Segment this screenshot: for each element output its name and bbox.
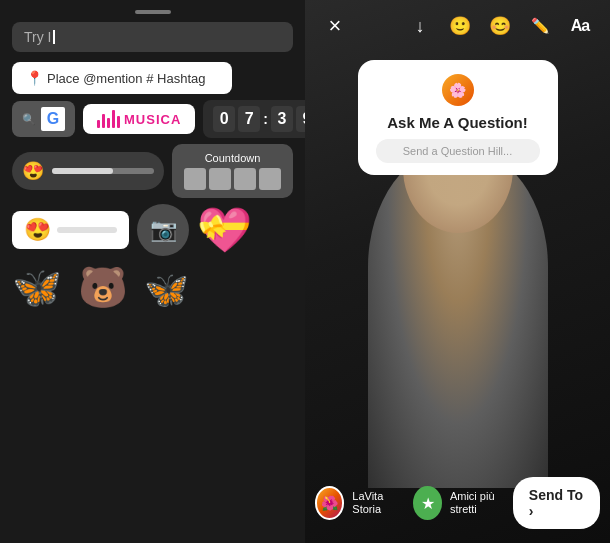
sticker-face-button[interactable]: 😊 (484, 10, 516, 42)
sticker-icons-row: 🔍 G MUSICA 0 7 : 3 9 (12, 100, 293, 138)
camera-icon: 📷 (150, 217, 177, 243)
butterfly-pink-sticker[interactable]: 🦋 (144, 269, 189, 311)
close-friends-button[interactable]: ★ (413, 486, 442, 520)
pencil-icon: ✏️ (531, 17, 550, 35)
user-avatar[interactable]: 🌺 (315, 486, 344, 520)
ask-me-title: Ask Me A Question! (376, 114, 540, 131)
pin-icon: 📍 (26, 70, 43, 86)
countdown-block-3 (234, 168, 256, 190)
location-hashtag-row: 📍 Place @mention # Hashtag (12, 62, 293, 94)
text-button[interactable]: Aa (564, 10, 596, 42)
avatar-emoji: 🌸 (449, 82, 466, 98)
face-filter-icon: 🙂 (449, 15, 471, 37)
timer-separator: : (263, 111, 268, 127)
ask-me-question-sticker[interactable]: 🌸 Ask Me A Question! Send a Question Hil… (358, 60, 558, 175)
slider-emoji-icon: 😍 (22, 160, 44, 182)
timer-digit-7: 7 (238, 106, 260, 132)
sticker-search-bar[interactable]: Try I (12, 22, 293, 52)
draw-button[interactable]: ✏️ (524, 10, 556, 42)
download-button[interactable]: ↓ (404, 10, 436, 42)
pill-text: Place @mention # Hashtag (47, 71, 205, 86)
emoji-slider-sticker[interactable]: 😍 (12, 152, 164, 190)
cursor (53, 30, 55, 44)
face-filter-button[interactable]: 🙂 (444, 10, 476, 42)
bottom-sticker-row: 🦋 🐻 🦋 (12, 264, 293, 311)
bear-sticker[interactable]: 🐻 (78, 264, 128, 311)
ask-me-input-placeholder[interactable]: Send a Question Hill... (376, 139, 540, 163)
heart-icon: 💝 (197, 205, 252, 254)
countdown-blocks (184, 168, 281, 190)
google-sticker[interactable]: 🔍 G (12, 101, 75, 137)
send-to-label: Send To › (529, 487, 584, 519)
emoji-camera-heart-row: 😍 📷 💝 (12, 204, 293, 256)
music-sticker[interactable]: MUSICA (83, 104, 195, 134)
ask-me-avatar: 🌸 (442, 74, 474, 106)
close-icon: × (329, 13, 342, 39)
search-placeholder: Try I (24, 29, 51, 45)
location-mention-hashtag-sticker[interactable]: 📍 Place @mention # Hashtag (12, 62, 232, 94)
music-label: MUSICA (124, 112, 181, 127)
countdown-sticker[interactable]: Countdown (172, 144, 293, 198)
timer-digit-9: 9 (296, 106, 305, 132)
download-icon: ↓ (416, 16, 425, 37)
timer-digit-3: 3 (271, 106, 293, 132)
emoji-face-sticker[interactable]: 😍 (12, 211, 129, 249)
search-small-icon: 🔍 (22, 113, 36, 126)
avatar-icon: 🌺 (321, 495, 338, 511)
user-name-label: LaVita Storia (352, 490, 405, 516)
slider-track (52, 168, 154, 174)
countdown-timer-sticker[interactable]: 0 7 : 3 9 (203, 100, 305, 138)
timer-digit-0: 0 (213, 106, 235, 132)
aa-label: Aa (571, 17, 589, 35)
butterfly-blue-sticker[interactable]: 🦋 (12, 264, 62, 311)
close-friends-icon: ★ (421, 494, 435, 513)
close-friends-label: Amici più stretti (450, 490, 513, 516)
heart-sticker[interactable]: 💝 (197, 204, 252, 256)
story-bottom-bar: 🌺 LaVita Storia ★ Amici più stretti Send… (305, 477, 610, 529)
emoji-face-icon: 😍 (24, 217, 51, 243)
slider-countdown-row: 😍 Countdown (12, 144, 293, 198)
toolbar-right-icons: ↓ 🙂 😊 ✏️ Aa (404, 10, 596, 42)
countdown-block-1 (184, 168, 206, 190)
sticker-picker-panel[interactable]: Try I 📍 Place @mention # Hashtag 🔍 G MUS… (0, 0, 305, 543)
countdown-label: Countdown (184, 152, 281, 164)
emoji-slider-line (57, 227, 117, 233)
send-to-button[interactable]: Send To › (513, 477, 600, 529)
drag-handle (135, 10, 171, 14)
sticker-face-icon: 😊 (489, 15, 511, 37)
story-toolbar: × ↓ 🙂 😊 ✏️ Aa (305, 10, 610, 42)
music-bars-icon (97, 110, 120, 128)
google-g-letter: G (41, 107, 65, 131)
bottom-bar-left: 🌺 LaVita Storia ★ Amici più stretti (315, 486, 513, 520)
countdown-block-2 (209, 168, 231, 190)
camera-sticker[interactable]: 📷 (137, 204, 189, 256)
close-button[interactable]: × (319, 10, 351, 42)
slider-fill (52, 168, 113, 174)
countdown-block-4 (259, 168, 281, 190)
story-preview-panel: × ↓ 🙂 😊 ✏️ Aa 🌸 Ask Me A Question! Sen (305, 0, 610, 543)
